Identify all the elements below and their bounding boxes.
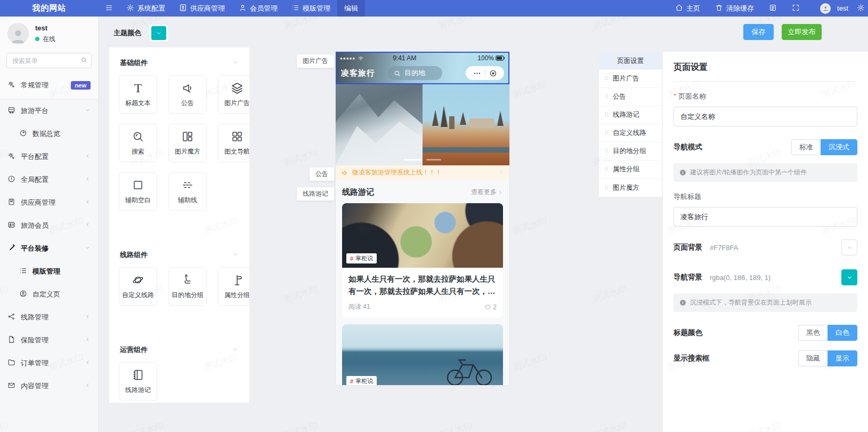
see-more-link[interactable]: 查看更多 [471, 188, 503, 197]
nav-tab-edit-active[interactable]: 编辑 [337, 0, 365, 17]
search-box-show-button-selected[interactable]: 显示 [828, 350, 857, 366]
component-card-custom-route[interactable]: 自定义线路 [119, 267, 157, 306]
sidebar-item-route-mgmt[interactable]: 线路管理 [0, 306, 98, 329]
save-button[interactable]: 保存 [743, 24, 774, 40]
title-color-black-button[interactable]: 黑色 [798, 325, 828, 341]
nav-bg-color-picker[interactable] [841, 269, 857, 285]
sidebar-item-platform-decor[interactable]: 平台装修 [0, 237, 98, 260]
settings-gear-button[interactable] [854, 0, 868, 17]
chevron-down-icon [232, 59, 239, 67]
component-card-blank[interactable]: 辅助空白 [119, 172, 157, 211]
component-card-image-cube[interactable]: 图片魔方 [168, 124, 207, 162]
phone-nav-header-selected[interactable]: ●●●●● 9:41 AM 100% 凌客旅行 目的地 [336, 52, 509, 84]
layer-item-announcement[interactable]: 公告 [599, 88, 662, 106]
layer-item-page-settings-selected[interactable]: 页面设置 [599, 52, 662, 70]
drag-handle-icon[interactable] [604, 129, 609, 137]
sidebar-item-travel-platform[interactable]: 旅游平台 [0, 99, 98, 122]
chevron-down-icon [847, 245, 853, 251]
page-bg-color-picker[interactable] [841, 239, 857, 255]
exit-target-icon [489, 69, 497, 77]
sidebar-toggle-button[interactable] [99, 0, 119, 17]
group-header-basic[interactable]: 基础组件 [119, 47, 240, 75]
destination-search-pill[interactable]: 目的地 [388, 66, 442, 80]
home-link[interactable]: 主页 [668, 0, 707, 17]
sidebar-item-order-mgmt[interactable]: 订单管理 [0, 351, 98, 374]
user-menu[interactable]: test [808, 0, 853, 17]
theme-color-select[interactable] [149, 24, 169, 42]
clear-cache-button[interactable]: 清除缓存 [708, 0, 761, 17]
group-header-route[interactable]: 线路组件 [119, 239, 240, 267]
page-name-input[interactable] [674, 107, 857, 126]
announcement-bar[interactable]: 微凌客旅游管理系统上线！！！ [336, 165, 509, 180]
component-card-title-text[interactable]: T 标题文本 [119, 75, 157, 114]
sidebar-user-block[interactable]: test 在线 [0, 17, 98, 49]
chevron-left-icon [85, 175, 91, 183]
layer-item-custom-route[interactable]: 自定义线路 [599, 124, 662, 142]
nav-title-input[interactable] [674, 207, 857, 227]
image-carousel[interactable] [336, 84, 509, 165]
component-card-announcement[interactable]: 公告 [168, 75, 207, 114]
miniprogram-capsule[interactable] [466, 66, 504, 80]
sidebar-item-data-overview[interactable]: 数据总览 [0, 122, 98, 145]
article-card[interactable]: #掌柜说 如果人生只有一次，那就去拉萨如果人生只有一次，那就去拉萨如果人生只有一… [342, 203, 503, 318]
sidebar-item-global-config[interactable]: 全局配置 [0, 168, 98, 191]
search-icon [80, 57, 87, 65]
component-card-attribute-group[interactable]: 属性分组 [218, 267, 249, 306]
brand-logo[interactable]: 我的网站 [0, 3, 99, 13]
publish-button[interactable]: 立即发布 [782, 24, 822, 40]
component-card-image-ad[interactable]: 图片广告 [218, 75, 249, 114]
drag-handle-icon[interactable] [604, 184, 609, 192]
component-card-divider-line[interactable]: 辅助线 [168, 172, 207, 211]
nav-item-label: 供应商管理 [190, 4, 225, 13]
fullscreen-icon [792, 4, 800, 13]
fullscreen-button[interactable] [785, 0, 807, 17]
heart-icon [484, 303, 491, 310]
sidebar-item-general[interactable]: 常规管理 new [0, 74, 98, 97]
docs-button[interactable] [762, 0, 784, 17]
search-input[interactable] [6, 53, 92, 68]
drag-handle-icon[interactable] [604, 147, 609, 155]
layer-item-image-ad[interactable]: 图片广告 [599, 70, 662, 88]
canvas-label-announcement[interactable]: 公告 [310, 167, 334, 181]
route-icon [7, 313, 15, 322]
drag-handle-icon[interactable] [604, 165, 609, 173]
like-count[interactable]: 2 [484, 303, 497, 311]
layer-item-destination-group[interactable]: 目的地分组 [599, 142, 662, 161]
layer-item-attribute-group[interactable]: 属性分组 [599, 161, 662, 179]
sidebar-item-custom-page[interactable]: 自定义页 [0, 283, 98, 306]
nav-item-supplier[interactable]: 供应商管理 [172, 0, 232, 17]
layer-item-image-cube[interactable]: 图片魔方 [599, 179, 662, 197]
article-image-map: #掌柜说 [342, 203, 503, 268]
component-card-travel-notes[interactable]: 线路游记 [119, 362, 157, 401]
nav-item-template[interactable]: 模版管理 [285, 0, 337, 17]
title-color-white-button-selected[interactable]: 白色 [828, 325, 857, 341]
search-box-hide-button[interactable]: 隐藏 [798, 350, 828, 366]
sidebar-item-supplier-mgmt[interactable]: 供应商管理 [0, 191, 98, 214]
canvas-label-image-ad[interactable]: 图片广告 [297, 54, 334, 68]
sidebar-item-content-mgmt[interactable]: 内容管理 [0, 374, 98, 397]
sidebar-item-travel-member[interactable]: 旅游会员 [0, 214, 98, 237]
drag-handle-icon[interactable] [604, 75, 609, 83]
bicycle-icon [444, 354, 496, 385]
canvas-label-travel-notes[interactable]: 线路游记 [297, 187, 334, 201]
nav-item-member[interactable]: 会员管理 [232, 0, 285, 17]
nav-item-system-config[interactable]: 系统配置 [119, 0, 172, 17]
drag-handle-icon[interactable] [604, 93, 609, 101]
carousel-slide-snow-mountain [336, 84, 423, 165]
article-card[interactable]: #掌柜说 [342, 324, 503, 385]
component-card-destination-group[interactable]: 目的地分组 [168, 267, 207, 306]
layer-item-travel-notes[interactable]: 线路游记 [599, 106, 662, 124]
carousel-indicators[interactable] [404, 159, 441, 161]
nav-mode-standard-button[interactable]: 标准 [791, 139, 821, 155]
component-card-search[interactable]: 搜索 [119, 124, 157, 162]
gear-icon [126, 4, 134, 13]
chevron-left-icon [85, 153, 91, 161]
group-header-operation[interactable]: 运营组件 [119, 334, 240, 362]
sidebar-item-insurance-mgmt[interactable]: 保险管理 [0, 329, 98, 351]
nav-mode-immersive-button-selected[interactable]: 沉浸式 [821, 139, 857, 155]
component-card-image-text-nav[interactable]: 图文导航 [218, 124, 249, 162]
sidebar-item-template-mgmt-active[interactable]: 模版管理 [0, 260, 98, 283]
travel-notes-section: 线路游记 查看更多 #掌柜说 如果人生只有一次，那就去拉萨如果人生只有一次，那就… [336, 187, 509, 385]
sidebar-item-platform-config[interactable]: 平台配置 [0, 145, 98, 168]
drag-handle-icon[interactable] [604, 111, 609, 119]
